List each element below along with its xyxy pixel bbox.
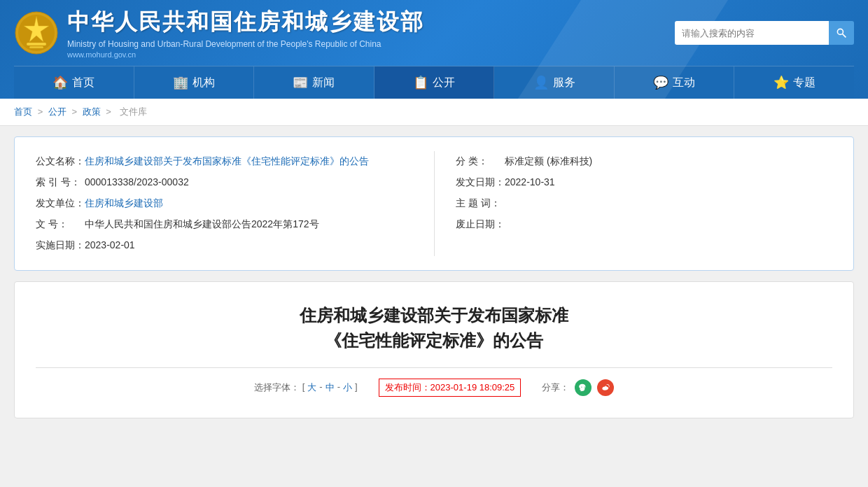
breadcrumb-sep3: > <box>106 106 113 117</box>
separator1: - <box>319 381 322 394</box>
label-category: 分 类： <box>456 155 505 168</box>
breadcrumb-sep1: > <box>38 106 46 117</box>
publish-label: 发布时间： <box>385 382 430 393</box>
value-title[interactable]: 住房和城乡建设部关于发布国家标准《住宅性能评定标准》的公告 <box>85 155 369 168</box>
nav-bar: 🏠 首页 🏢 机构 📰 新闻 📋 公开 👤 服务 💬 互动 ⭐ 专题 <box>14 66 854 99</box>
news-icon: 📰 <box>293 75 308 90</box>
logo-area: 中华人民共和国住房和城乡建设部 Ministry of Housing and … <box>14 7 424 59</box>
breadcrumb-policy[interactable]: 政策 <box>83 106 101 117</box>
breadcrumb-open[interactable]: 公开 <box>48 106 66 117</box>
font-size-selector: 选择字体： [ 大 - 中 - 小 ] <box>254 381 358 394</box>
info-right: 分 类： 标准定额 (标准科技) 发文日期： 2022-10-31 主 题 词：… <box>434 151 832 256</box>
info-row-expiry: 废止日期： <box>456 214 832 235</box>
article-card: 住房和城乡建设部关于发布国家标准 《住宅性能评定标准》的公告 选择字体： [ 大… <box>14 281 854 418</box>
label-date: 发文日期： <box>456 176 505 189</box>
publish-time: 2023-01-19 18:09:25 <box>430 382 515 393</box>
info-row-category: 分 类： 标准定额 (标准科技) <box>456 151 832 172</box>
open-icon: 📋 <box>413 75 428 90</box>
font-size-small[interactable]: 小 <box>343 381 352 394</box>
label-expiry: 废止日期： <box>456 218 505 231</box>
article-title-line2: 《住宅性能评定标准》的公告 <box>325 331 543 350</box>
search-button[interactable] <box>829 21 854 45</box>
info-row-issuer: 发文单位： 住房和城乡建设部 <box>36 193 413 214</box>
label-title: 公文名称： <box>36 155 85 168</box>
separator2: - <box>337 381 340 394</box>
breadcrumb-home[interactable]: 首页 <box>14 106 32 117</box>
nav-label-org: 机构 <box>192 76 215 90</box>
info-row-index: 索 引 号： 000013338/2023-00032 <box>36 172 413 193</box>
info-row-effective: 实施日期： 2023-02-01 <box>36 235 413 256</box>
value-effective: 2023-02-01 <box>85 239 135 250</box>
font-size-medium[interactable]: 中 <box>326 381 335 394</box>
wechat-share-button[interactable] <box>575 379 592 396</box>
wechat-icon <box>578 383 588 393</box>
article-meta: 选择字体： [ 大 - 中 - 小 ] 发布时间：2023-01-19 18:0… <box>36 379 832 397</box>
value-issuer[interactable]: 住房和城乡建设部 <box>85 197 163 210</box>
svg-rect-3 <box>27 43 46 45</box>
nav-label-open: 公开 <box>433 76 455 90</box>
nav-item-news[interactable]: 📰 新闻 <box>254 66 374 99</box>
weibo-icon <box>601 383 610 393</box>
share-area: 分享： <box>542 379 614 396</box>
info-left: 公文名称： 住房和城乡建设部关于发布国家标准《住宅性能评定标准》的公告 索 引 … <box>36 151 434 256</box>
info-card: 公文名称： 住房和城乡建设部关于发布国家标准《住宅性能评定标准》的公告 索 引 … <box>14 136 854 271</box>
value-date: 2022-10-31 <box>505 176 555 188</box>
logo-text: 中华人民共和国住房和城乡建设部 Ministry of Housing and … <box>67 7 424 59</box>
nav-label-topic: 专题 <box>793 76 816 90</box>
bracket-open: [ <box>302 381 305 394</box>
breadcrumb-sep2: > <box>71 106 79 117</box>
search-icon <box>836 27 847 38</box>
breadcrumb-current: 文件库 <box>120 106 147 117</box>
font-size-label: 选择字体： <box>254 381 300 394</box>
home-icon: 🏠 <box>52 75 68 90</box>
publish-time-box: 发布时间：2023-01-19 18:09:25 <box>379 379 522 397</box>
nav-item-open[interactable]: 📋 公开 <box>374 66 495 99</box>
info-row-docnum: 文 号： 中华人民共和国住房和城乡建设部公告2022年第172号 <box>36 214 413 235</box>
info-row-keywords: 主 题 词： <box>456 193 832 214</box>
nav-label-home: 首页 <box>72 76 94 90</box>
label-index: 索 引 号： <box>36 176 85 189</box>
label-keywords: 主 题 词： <box>456 197 505 210</box>
breadcrumb: 首页 > 公开 > 政策 > 文件库 <box>0 99 868 126</box>
nav-label-news: 新闻 <box>312 76 335 90</box>
article-divider <box>36 367 832 368</box>
org-icon: 🏢 <box>173 75 188 90</box>
label-docnum: 文 号： <box>36 218 85 231</box>
info-row-date: 发文日期： 2022-10-31 <box>456 172 832 193</box>
nav-item-home[interactable]: 🏠 首页 <box>14 66 134 99</box>
font-size-large[interactable]: 大 <box>307 381 316 394</box>
site-website: www.mohurd.gov.cn <box>67 50 424 59</box>
share-label: 分享： <box>542 381 569 394</box>
info-row-title: 公文名称： 住房和城乡建设部关于发布国家标准《住宅性能评定标准》的公告 <box>36 151 413 172</box>
label-effective: 实施日期： <box>36 239 85 252</box>
site-subtitle: Ministry of Housing and Urban-Rural Deve… <box>67 39 424 49</box>
svg-line-6 <box>843 34 846 38</box>
value-docnum: 中华人民共和国住房和城乡建设部公告2022年第172号 <box>85 218 319 231</box>
svg-rect-4 <box>29 46 43 48</box>
value-category: 标准定额 (标准科技) <box>505 155 592 168</box>
value-index: 000013338/2023-00032 <box>85 176 189 188</box>
topic-icon: ⭐ <box>774 75 789 90</box>
site-title: 中华人民共和国住房和城乡建设部 <box>67 7 424 38</box>
bracket-close: ] <box>355 381 358 394</box>
emblem-icon <box>14 10 59 55</box>
article-title: 住房和城乡建设部关于发布国家标准 《住宅性能评定标准》的公告 <box>36 303 832 353</box>
label-issuer: 发文单位： <box>36 197 85 210</box>
article-title-line1: 住房和城乡建设部关于发布国家标准 <box>300 306 568 325</box>
svg-point-5 <box>837 29 843 34</box>
nav-item-topic[interactable]: ⭐ 专题 <box>734 66 854 99</box>
weibo-share-button[interactable] <box>597 379 614 396</box>
nav-item-org[interactable]: 🏢 机构 <box>134 66 255 99</box>
